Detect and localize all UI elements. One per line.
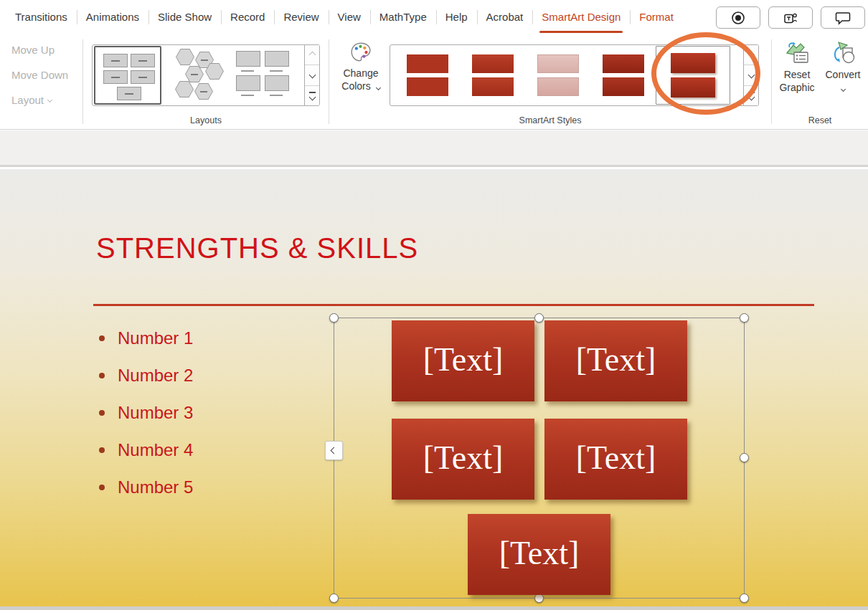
bullet-list[interactable]: Number 1 Number 2 Number 3 Number 4 Numb… bbox=[99, 328, 193, 514]
layout-label: Layout bbox=[11, 94, 44, 106]
layouts-more-button[interactable] bbox=[305, 86, 319, 105]
reset-graphic-label: Reset Graphic bbox=[779, 69, 814, 93]
smartart-shape-3[interactable]: [Text] bbox=[392, 419, 534, 500]
caption-line bbox=[241, 95, 254, 96]
smartart-style-1[interactable] bbox=[395, 46, 460, 105]
smartart-shape-2[interactable]: [Text] bbox=[544, 320, 687, 401]
resize-handle-top-left[interactable] bbox=[329, 313, 339, 323]
smartart-style-3[interactable] bbox=[525, 46, 590, 105]
chevron-up-icon bbox=[747, 52, 755, 59]
convert-label: Convert bbox=[825, 69, 860, 80]
smartart-styles-group-label: SmartArt Styles bbox=[329, 115, 771, 125]
styles-more-button[interactable] bbox=[744, 86, 758, 105]
smartart-style-4[interactable] bbox=[590, 46, 656, 105]
list-item[interactable]: Number 5 bbox=[99, 477, 193, 498]
style-shape bbox=[472, 77, 514, 96]
slide-canvas[interactable]: STRENGTHS & SKILLS Number 1 Number 2 Num… bbox=[0, 169, 868, 610]
smartart-shape-5[interactable]: [Text] bbox=[468, 514, 610, 595]
comment-icon bbox=[834, 10, 852, 26]
style-shape bbox=[537, 54, 579, 73]
layout-button[interactable]: Layout bbox=[11, 94, 52, 106]
smartart-style-5-selected[interactable] bbox=[656, 46, 730, 105]
layout-shape bbox=[117, 87, 141, 100]
tab-view[interactable]: View bbox=[329, 0, 370, 34]
tab-acrobat[interactable]: Acrobat bbox=[477, 0, 533, 34]
change-colors-button[interactable]: Change Colors bbox=[334, 41, 387, 92]
ribbon-tab-bar: Transitions Animations Slide Show Record… bbox=[0, 0, 868, 34]
list-item[interactable]: Number 2 bbox=[99, 365, 193, 386]
reset-group-label: Reset bbox=[772, 115, 868, 125]
resize-handle-top-right[interactable] bbox=[740, 313, 749, 323]
layouts-scroll-down-button[interactable] bbox=[305, 65, 319, 85]
style-shape bbox=[472, 54, 514, 73]
resize-handle-bottom-right[interactable] bbox=[740, 594, 749, 603]
chevron-down-icon bbox=[840, 87, 845, 92]
style-shape bbox=[603, 54, 644, 73]
layout-shape bbox=[103, 54, 128, 67]
layout-shape bbox=[103, 70, 128, 84]
text-pane-toggle-button[interactable] bbox=[325, 441, 343, 460]
tab-format[interactable]: Format bbox=[630, 0, 683, 34]
styles-gallery-scrollbar bbox=[743, 44, 759, 106]
resize-handle-middle-right[interactable] bbox=[740, 453, 749, 462]
hexagon-shape bbox=[176, 49, 194, 65]
layout-thumbnail-hexagon-cluster[interactable] bbox=[161, 46, 229, 105]
resize-handle-bottom-left[interactable] bbox=[329, 594, 339, 603]
group-separator bbox=[771, 39, 772, 124]
tab-smartart-design[interactable]: SmartArt Design bbox=[532, 0, 630, 34]
smartart-shape-4[interactable]: [Text] bbox=[544, 419, 687, 500]
chevron-down-icon bbox=[47, 97, 52, 103]
resize-handle-top-middle[interactable] bbox=[534, 313, 544, 323]
tab-mathtype[interactable]: MathType bbox=[370, 0, 436, 34]
hexagon-shape bbox=[185, 66, 204, 82]
ribbon-slide-divider bbox=[0, 130, 868, 167]
group-separator bbox=[82, 39, 83, 124]
move-up-button[interactable]: Move Up bbox=[11, 44, 55, 56]
style-shape bbox=[603, 77, 644, 96]
tab-review[interactable]: Review bbox=[274, 0, 328, 34]
list-item[interactable]: Number 1 bbox=[99, 328, 193, 349]
styles-scroll-up-button[interactable] bbox=[744, 45, 758, 65]
palette-icon bbox=[349, 41, 372, 64]
layout-shape bbox=[265, 75, 289, 91]
reset-graphic-button[interactable]: Reset Graphic bbox=[775, 41, 819, 94]
comments-button[interactable] bbox=[821, 6, 865, 29]
chevron-down-icon bbox=[308, 72, 316, 79]
slide-title[interactable]: STRENGTHS & SKILLS bbox=[96, 232, 418, 265]
smartart-shape-1[interactable]: [Text] bbox=[392, 320, 534, 401]
convert-icon bbox=[830, 41, 856, 65]
smartart-style-2[interactable] bbox=[460, 46, 525, 105]
move-up-label: Move Up bbox=[11, 44, 55, 56]
move-down-button[interactable]: Move Down bbox=[11, 69, 68, 81]
tab-record[interactable]: Record bbox=[221, 0, 274, 34]
powerpoint-window: Transitions Animations Slide Show Record… bbox=[0, 0, 868, 610]
teams-share-button[interactable] bbox=[768, 6, 813, 29]
layout-shape bbox=[131, 54, 155, 67]
ribbon: Move Up Move Down Layout bbox=[0, 34, 868, 130]
quick-action-buttons bbox=[716, 6, 865, 29]
layouts-gallery-scrollbar bbox=[304, 44, 320, 106]
convert-button[interactable]: Convert bbox=[822, 41, 864, 94]
change-colors-label: Change Colors bbox=[341, 67, 378, 92]
list-item[interactable]: Number 4 bbox=[99, 439, 193, 461]
layout-thumbnail-picture-layout[interactable] bbox=[94, 46, 161, 105]
layout-shape bbox=[265, 51, 289, 67]
chevron-down-icon bbox=[308, 93, 316, 100]
layouts-gallery bbox=[92, 44, 320, 106]
layouts-scroll-up-button[interactable] bbox=[305, 45, 319, 65]
layout-shape bbox=[236, 51, 260, 67]
chevron-left-icon bbox=[331, 447, 338, 454]
teams-icon bbox=[783, 10, 798, 26]
caption-line bbox=[241, 70, 254, 72]
tab-help[interactable]: Help bbox=[436, 0, 477, 34]
chevron-up-icon bbox=[308, 52, 316, 59]
tab-slide-show[interactable]: Slide Show bbox=[148, 0, 221, 34]
hexagon-shape bbox=[175, 81, 194, 97]
layout-thumbnail-titled-pictures[interactable] bbox=[229, 46, 296, 105]
styles-scroll-down-button[interactable] bbox=[744, 65, 758, 85]
tab-transitions[interactable]: Transitions bbox=[6, 0, 77, 34]
record-button[interactable] bbox=[716, 6, 760, 29]
list-item[interactable]: Number 3 bbox=[99, 402, 193, 424]
hexagon-shape bbox=[194, 83, 213, 100]
tab-animations[interactable]: Animations bbox=[77, 0, 148, 34]
